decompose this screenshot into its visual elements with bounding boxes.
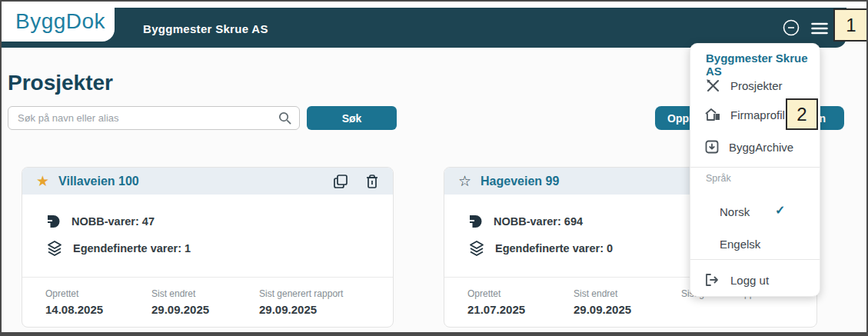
copy-icon[interactable] xyxy=(333,174,348,189)
checkmark-icon: ✓ xyxy=(775,203,785,218)
modified-label: Sist endret xyxy=(574,288,631,299)
search-button[interactable]: Søk xyxy=(307,106,397,130)
modified-label: Sist endret xyxy=(151,288,209,299)
menu-item-byggarchive[interactable]: ByggArchive xyxy=(704,138,793,156)
project-card-villaveien[interactable]: ★ Villaveien 100 NOBB-varer: 47 xyxy=(22,167,394,328)
company-tab[interactable]: Byggmester Skrue AS xyxy=(143,22,268,35)
language-option-norsk[interactable]: Norsk xyxy=(720,203,750,220)
report-column: Sist generert rapport 29.09.2025 xyxy=(259,288,343,316)
menu-item-label: ByggArchive xyxy=(729,141,793,154)
custom-items-text: Egendefinerte varer: 1 xyxy=(73,242,191,254)
custom-items-row: Egendefinerte varer: 0 xyxy=(467,240,613,257)
menu-item-prosjekter[interactable]: Prosjekter xyxy=(704,76,783,95)
page-title: Prosjekter xyxy=(8,71,113,95)
created-label: Oprettet xyxy=(45,288,103,299)
hamburger-menu-icon[interactable] xyxy=(811,22,828,38)
search-input[interactable] xyxy=(8,106,300,130)
layers-icon xyxy=(467,240,486,257)
card-divider xyxy=(22,277,393,278)
minus-circle-icon[interactable] xyxy=(781,18,801,41)
logo-container: ByggDok xyxy=(2,2,115,42)
app-window: ByggDok Byggmester Skrue AS Prosjekter S… xyxy=(0,0,868,336)
custom-items-row: Egendefinerte varer: 1 xyxy=(45,240,191,257)
account-dropdown-menu: Byggmester Skrue AS Prosjekter Firmaprof… xyxy=(690,43,820,297)
project-title[interactable]: Hageveien 99 xyxy=(481,175,559,188)
modified-date: 29.09.2025 xyxy=(151,303,209,316)
favorite-star-icon[interactable]: ☆ xyxy=(458,174,471,188)
nobb-items-row: NOBB-varer: 694 xyxy=(467,214,583,229)
created-column: Oprettet 21.07.2025 xyxy=(467,288,525,316)
logout-menu-item[interactable]: Logg ut xyxy=(704,271,769,289)
menu-company-name: Byggmester Skrue AS xyxy=(706,52,820,78)
company-icon xyxy=(704,107,721,122)
header-top-strip xyxy=(2,2,866,8)
favorite-star-icon[interactable]: ★ xyxy=(36,174,49,188)
nobb-icon xyxy=(45,214,62,229)
project-card-header: ★ Villaveien 100 xyxy=(22,168,393,195)
custom-items-text: Egendefinerte varer: 0 xyxy=(495,242,613,254)
menu-divider xyxy=(690,167,820,168)
app-logo[interactable]: ByggDok xyxy=(15,9,105,34)
logout-label: Logg ut xyxy=(730,274,769,287)
modified-column: Sist endret 29.09.2025 xyxy=(574,288,631,316)
archive-icon xyxy=(704,139,720,155)
annotation-badge-1: 1 xyxy=(833,8,868,42)
menu-item-label: Firmaprofil xyxy=(730,108,785,121)
modified-date: 29.09.2025 xyxy=(574,303,631,316)
tools-icon xyxy=(704,77,721,94)
delete-icon[interactable] xyxy=(365,174,379,189)
header-bar xyxy=(2,8,846,48)
search-icon xyxy=(278,111,292,128)
logout-icon xyxy=(704,273,720,287)
layers-icon xyxy=(45,240,64,257)
search-container xyxy=(8,106,300,130)
created-label: Oprettet xyxy=(467,288,525,299)
nobb-items-text: NOBB-varer: 47 xyxy=(72,215,155,228)
card-actions xyxy=(333,174,379,189)
menu-item-label: Prosjekter xyxy=(730,79,783,92)
language-option-engelsk[interactable]: Engelsk xyxy=(720,235,760,252)
created-column: Oprettet 14.08.2025 xyxy=(45,288,103,316)
report-date: 29.09.2025 xyxy=(259,303,343,316)
annotation-badge-2: 2 xyxy=(786,98,818,130)
nobb-icon xyxy=(467,214,484,229)
nobb-items-text: NOBB-varer: 694 xyxy=(494,215,583,228)
project-title[interactable]: Villaveien 100 xyxy=(58,175,139,188)
created-date: 21.07.2025 xyxy=(467,303,525,316)
nobb-items-row: NOBB-varer: 47 xyxy=(45,214,155,229)
menu-divider xyxy=(690,259,820,260)
modified-column: Sist endret 29.09.2025 xyxy=(151,288,209,316)
report-label: Sist generert rapport xyxy=(259,288,343,299)
menu-item-firmaprofil[interactable]: Firmaprofil xyxy=(704,105,785,124)
language-section-label: Språk xyxy=(706,173,731,184)
created-date: 14.08.2025 xyxy=(45,303,103,316)
